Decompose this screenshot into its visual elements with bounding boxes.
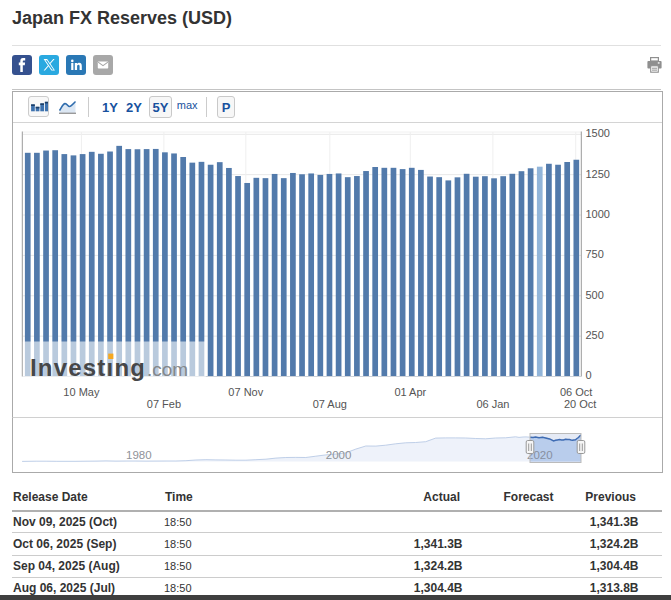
svg-text:1000: 1000 <box>586 208 610 220</box>
svg-text:1980: 1980 <box>126 449 152 461</box>
svg-text:01 Apr: 01 Apr <box>394 386 426 398</box>
svg-text:750: 750 <box>586 248 604 260</box>
svg-text:20 Oct: 20 Oct <box>564 398 596 410</box>
svg-text:2000: 2000 <box>326 449 352 461</box>
svg-text:06 Jan: 06 Jan <box>476 398 509 410</box>
svg-text:07 Nov: 07 Nov <box>228 386 263 398</box>
svg-text:Investıng: Investıng <box>30 354 146 381</box>
svg-text:250: 250 <box>586 329 604 341</box>
svg-text:500: 500 <box>586 289 604 301</box>
svg-text:1250: 1250 <box>586 168 610 180</box>
svg-text:06 Oct: 06 Oct <box>560 386 592 398</box>
svg-text:0: 0 <box>586 369 592 381</box>
svg-text:07 Feb: 07 Feb <box>147 398 181 410</box>
svg-text:10 May: 10 May <box>63 386 100 398</box>
svg-text:.com: .com <box>147 359 188 380</box>
svg-text:1500: 1500 <box>586 127 610 139</box>
svg-text:07 Aug: 07 Aug <box>313 398 347 410</box>
